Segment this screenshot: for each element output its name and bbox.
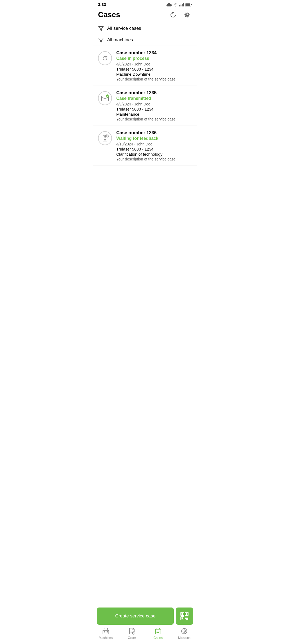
case-number-1234: Case number 1234 (116, 50, 192, 56)
svg-rect-0 (179, 5, 180, 6)
case-meta-1236: 4/10/2024 - John Doe (116, 142, 192, 146)
filter-icon-1 (98, 25, 104, 31)
svg-rect-3 (183, 3, 184, 6)
refresh-icon (169, 11, 177, 19)
filter-machine-label: All machines (107, 37, 192, 43)
case-description-1234: Your description of the service case (116, 77, 192, 81)
case-icon-refresh: ··· (98, 51, 112, 65)
case-number-1235: Case number 1235 (116, 90, 192, 96)
case-description-1236: Your description of the service case (116, 157, 192, 161)
case-status-1234: Case in process (116, 56, 192, 61)
case-meta-1234: 4/8/2024 - John Doe (116, 62, 192, 66)
filter-icon-2 (98, 37, 104, 43)
case-item-1234[interactable]: ··· Case number 1234 Case in process 4/8… (93, 46, 197, 86)
status-bar: 3:33 (93, 0, 197, 8)
case-content-1236: Case number 1236 Waiting for feedback 4/… (116, 130, 192, 161)
case-description-1235: Your description of the service case (116, 117, 192, 121)
svg-point-11 (107, 56, 107, 57)
case-status-1236: Waiting for feedback (116, 136, 192, 141)
case-category-1234: Machine Downtime (116, 72, 192, 76)
signal-icon (179, 3, 184, 6)
status-time: 3:33 (98, 2, 106, 7)
funnel-icon-2 (98, 37, 104, 43)
case-number-1236: Case number 1236 (116, 130, 192, 136)
page-title: Cases (98, 10, 120, 19)
header: Cases (93, 8, 197, 23)
filter-machines[interactable]: All machines (93, 34, 197, 46)
envelope-case-icon (101, 94, 109, 102)
status-icons (166, 3, 192, 6)
svg-text:···: ··· (103, 58, 105, 60)
refresh-case-icon: ··· (101, 54, 109, 62)
case-status-1235: Case transmitted (116, 96, 192, 101)
case-category-1235: Maintenance (116, 112, 192, 116)
case-item-1236[interactable]: Case number 1236 Waiting for feedback 4/… (93, 126, 197, 166)
case-list: ··· Case number 1234 Case in process 4/8… (93, 46, 197, 166)
filter-service-cases[interactable]: All service cases (93, 23, 197, 34)
filter-service-label: All service cases (107, 26, 192, 31)
cloud-icon (166, 3, 172, 6)
settings-button[interactable] (182, 10, 192, 20)
refresh-button[interactable] (168, 10, 178, 20)
svg-rect-5 (191, 4, 192, 5)
case-content-1234: Case number 1234 Case in process 4/8/202… (116, 50, 192, 81)
svg-rect-1 (181, 5, 182, 6)
case-icon-hourglass (98, 131, 112, 145)
funnel-icon-1 (98, 25, 104, 31)
svg-rect-6 (186, 3, 190, 6)
wifi-icon (173, 3, 178, 6)
hourglass-case-icon (101, 134, 109, 142)
case-meta-1235: 4/9/2024 - John Doe (116, 102, 192, 106)
settings-icon (183, 11, 191, 19)
case-machine-1234: Trulaser 5030 - 1234 (116, 67, 192, 71)
battery-icon (185, 3, 192, 6)
case-machine-1235: Trulaser 5030 - 1234 (116, 107, 192, 111)
case-content-1235: Case number 1235 Case transmitted 4/9/20… (116, 90, 192, 121)
svg-rect-2 (182, 4, 183, 6)
case-category-1236: Clarification of technology (116, 152, 192, 156)
svg-point-9 (186, 14, 188, 16)
case-item-1235[interactable]: Case number 1235 Case transmitted 4/9/20… (93, 86, 197, 126)
case-machine-1236: Trulaser 5030 - 1234 (116, 147, 192, 151)
header-actions (168, 10, 192, 20)
case-icon-envelope (98, 91, 112, 105)
